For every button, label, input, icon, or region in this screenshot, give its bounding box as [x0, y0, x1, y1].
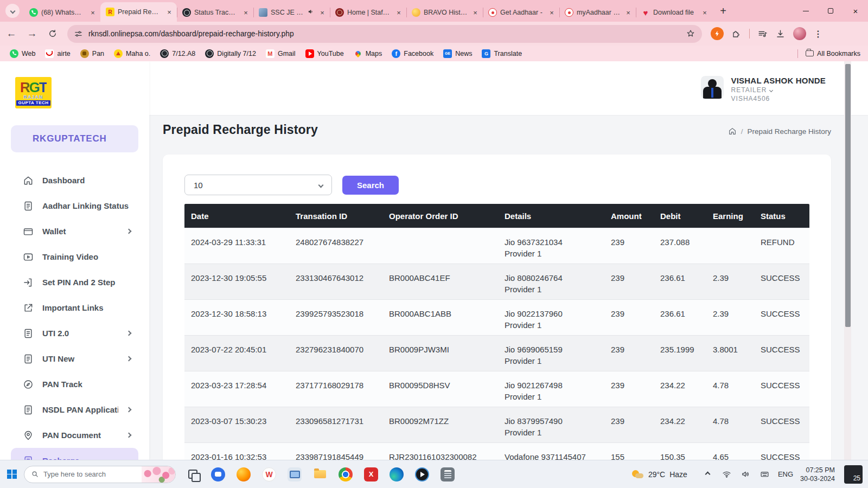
- keyboard-button[interactable]: [759, 468, 771, 480]
- tab-search-chevron[interactable]: [5, 4, 20, 18]
- new-tab-button[interactable]: +: [716, 3, 731, 18]
- taskbar-search-box[interactable]: Type here to search: [24, 466, 176, 483]
- volume-button[interactable]: [740, 468, 752, 480]
- task-view-button[interactable]: [184, 466, 201, 483]
- bookmark-facebook[interactable]: Facebook: [387, 48, 438, 60]
- tab-myaadhaar[interactable]: myAadhaar - U ×: [559, 3, 636, 22]
- all-bookmarks-button[interactable]: All Bookmarks: [797, 49, 868, 58]
- downloads-icon[interactable]: [775, 29, 786, 39]
- calculator-button[interactable]: [439, 466, 456, 483]
- table-row: 2023-01-16 10:32:53 233987191845449 RJR2…: [184, 442, 809, 460]
- edge-button[interactable]: [388, 466, 405, 483]
- tab-whatsapp[interactable]: (68) WhatsApp ×: [24, 3, 100, 22]
- extension-bolt-icon[interactable]: [711, 27, 724, 40]
- profile-avatar[interactable]: [793, 27, 806, 40]
- address-bar[interactable]: rknsdl.onlinepsa.com/dashboard/prepaid-r…: [67, 25, 702, 43]
- bookmark-airtel[interactable]: airte: [41, 48, 74, 60]
- bookmark-maps[interactable]: Maps: [349, 48, 387, 60]
- user-block[interactable]: VISHAL ASHOK HONDE RETAILER VISHA4506: [701, 76, 826, 102]
- clock[interactable]: 07:25 PM 30-03-2024: [800, 466, 835, 483]
- reload-button[interactable]: [43, 24, 62, 43]
- sidebar-item-wallet[interactable]: Wallet: [11, 219, 138, 244]
- sidebar-item-pan-track[interactable]: PAN Track: [11, 371, 138, 397]
- bookmark-712a8[interactable]: 7/12.A8: [156, 48, 200, 60]
- bookmark-pan[interactable]: Pan: [76, 48, 108, 60]
- notification-center-button[interactable]: 25: [844, 465, 863, 484]
- bookmark-translate[interactable]: Translate: [477, 48, 526, 60]
- status-badge: SUCCESS: [754, 336, 809, 371]
- forward-button[interactable]: →: [23, 24, 41, 43]
- firefox-button[interactable]: [235, 466, 252, 483]
- back-button[interactable]: ←: [2, 24, 21, 43]
- sidebar-item-pan-document[interactable]: PAN Document: [11, 422, 138, 448]
- this-pc-button[interactable]: [286, 466, 303, 483]
- close-window-button[interactable]: ×: [843, 0, 868, 22]
- bookmark-youtube[interactable]: YouTube: [301, 48, 348, 60]
- sidebar-item-recharge[interactable]: Recharge: [11, 448, 138, 460]
- wifi-button[interactable]: [721, 468, 733, 480]
- close-icon[interactable]: ×: [394, 8, 403, 17]
- chevron-right-icon: [126, 331, 132, 336]
- bookmark-web[interactable]: Web: [5, 48, 40, 60]
- sidebar-item-aadhar-linking-status[interactable]: Aadhar Linking Status: [11, 193, 138, 219]
- wps-office-button[interactable]: [261, 466, 277, 483]
- chevron-up-icon: [705, 472, 711, 477]
- file-explorer-button[interactable]: [312, 466, 328, 483]
- bookmark-maha[interactable]: Maha o.: [110, 48, 155, 60]
- bookmark-star-icon[interactable]: [686, 29, 695, 38]
- chat-app-button[interactable]: [210, 466, 226, 483]
- close-icon[interactable]: ×: [700, 8, 709, 17]
- tab-ssc-je[interactable]: SSC JE Bha ×: [253, 3, 330, 22]
- sidebar-item-uti-20[interactable]: UTI 2.0: [11, 320, 138, 346]
- search-button[interactable]: Search: [342, 176, 399, 195]
- tab-get-aadhaar[interactable]: Get Aadhaar - ×: [483, 3, 559, 22]
- table-row: 2023-12-30 18:58:13 239925793523018 BR00…: [184, 299, 809, 335]
- close-icon[interactable]: ×: [165, 8, 174, 16]
- close-icon[interactable]: ×: [471, 8, 480, 17]
- adobe-button[interactable]: [363, 466, 379, 483]
- sidebar-item-training-video[interactable]: Training Video: [11, 244, 138, 269]
- search-highlight-image[interactable]: [142, 466, 175, 483]
- maximize-button[interactable]: [818, 0, 843, 22]
- url-text[interactable]: rknsdl.onlinepsa.com/dashboard/prepaid-r…: [88, 30, 680, 38]
- language-indicator[interactable]: ENG: [778, 470, 793, 478]
- media-player-button[interactable]: [414, 466, 430, 483]
- scrollbar[interactable]: [844, 61, 851, 460]
- tab-audio-icon[interactable]: [308, 8, 315, 17]
- bookmark-digitally712[interactable]: Digitally 7/12: [201, 48, 260, 60]
- playlist-icon[interactable]: [757, 29, 768, 39]
- tab-bravo-history[interactable]: BRAVO History ×: [406, 3, 483, 22]
- start-button[interactable]: [0, 463, 24, 486]
- close-icon[interactable]: ×: [241, 8, 250, 17]
- user-name: VISHAL ASHOK HONDE: [731, 76, 826, 85]
- weather-widget[interactable]: 29°C Haze: [632, 470, 687, 479]
- close-icon[interactable]: ×: [547, 8, 556, 17]
- home-icon[interactable]: [728, 127, 737, 136]
- tab-staff-home[interactable]: Home | Staff Se ×: [330, 3, 406, 22]
- chrome-icon: [339, 467, 353, 481]
- external-link-icon: [23, 303, 34, 313]
- sidebar-item-nsdl-pan-application[interactable]: NSDL PAN Application: [11, 397, 138, 422]
- site-settings-icon[interactable]: [74, 29, 83, 38]
- scrollbar-thumb[interactable]: [845, 64, 851, 327]
- bookmark-news[interactable]: News: [439, 48, 476, 60]
- minimize-button[interactable]: [793, 0, 818, 22]
- tab-status-track[interactable]: Status Track se ×: [177, 3, 253, 22]
- tab-download-file[interactable]: ♥ Download file ×: [636, 3, 712, 22]
- extensions-puzzle-icon[interactable]: [731, 29, 742, 39]
- bookmark-gmail[interactable]: Gmail: [261, 48, 300, 60]
- close-icon[interactable]: ×: [318, 8, 327, 17]
- user-role[interactable]: RETAILER: [731, 86, 826, 94]
- menu-dots-icon[interactable]: ⋮: [814, 29, 822, 39]
- sidebar-item-uti-new[interactable]: UTI New: [11, 346, 138, 371]
- close-icon[interactable]: ×: [624, 8, 633, 17]
- sidebar-item-important-links[interactable]: Important Links: [11, 295, 138, 320]
- sidebar-item-dashboard[interactable]: Dashboard: [11, 168, 138, 193]
- close-icon[interactable]: ×: [88, 8, 97, 17]
- chrome-button[interactable]: [337, 466, 354, 483]
- folder-icon: [806, 50, 814, 56]
- rows-per-page-select[interactable]: 10: [184, 175, 332, 195]
- sidebar-item-set-pin[interactable]: Set PIN And 2 Step: [11, 269, 138, 295]
- tray-expand-button[interactable]: [702, 468, 714, 480]
- tab-prepaid-recharge[interactable]: Prepaid Recha ×: [100, 2, 177, 22]
